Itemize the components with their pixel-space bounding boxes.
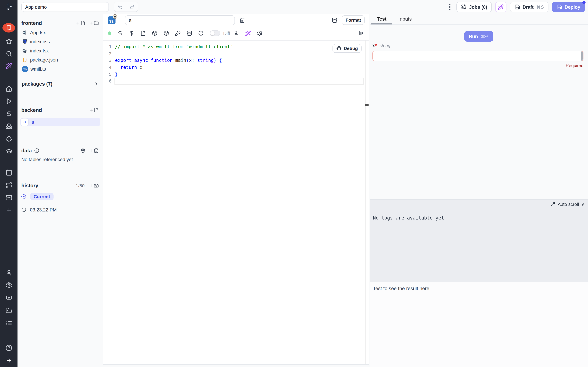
diff-toggle[interactable] <box>209 30 220 36</box>
code-line[interactable]: 2 <box>103 50 366 57</box>
file-row-index-tsx[interactable]: index.tsx <box>20 46 101 55</box>
code-token: x <box>137 65 142 70</box>
settings-gear-icon[interactable] <box>0 282 17 289</box>
jobs-button[interactable]: Jobs (0) <box>456 2 492 12</box>
arg-x-input[interactable] <box>372 51 583 61</box>
react-icon <box>22 30 27 35</box>
editor-header: TS Format <box>103 14 369 26</box>
add-backend-script-button[interactable] <box>89 108 98 113</box>
script-file-icon[interactable] <box>140 30 146 36</box>
worker-groups-icon[interactable] <box>0 294 17 301</box>
diff-label: Diff <box>223 31 230 36</box>
packages-row[interactable]: packages (7) <box>20 80 101 88</box>
resources-boxes-icon[interactable] <box>0 123 17 130</box>
add-file-button[interactable] <box>75 21 85 25</box>
file-icon <box>80 21 85 25</box>
info-icon[interactable] <box>34 148 39 153</box>
history-entry-current[interactable]: Current <box>21 192 53 200</box>
folders-icon[interactable] <box>0 307 17 314</box>
code-line[interactable]: 1// import * as wmill from "windmill-cli… <box>103 43 366 50</box>
code-token: // import * as wmill from "windmill-clie… <box>115 44 233 50</box>
debug-button[interactable]: Debug <box>332 44 362 53</box>
data-settings-button[interactable] <box>80 148 85 153</box>
file-row-wmill-ts[interactable]: TS wmill.ts <box>20 64 101 73</box>
logs-empty-text: No logs are available yet <box>373 215 444 221</box>
code-token: string <box>197 58 214 63</box>
code-token: : <box>192 58 197 63</box>
editor-settings-gear-icon[interactable] <box>257 30 262 36</box>
autoscroll-label[interactable]: Auto scroll <box>558 202 579 207</box>
file-row-index-css[interactable]: 3 index.css <box>20 37 101 46</box>
audit-list-icon[interactable] <box>0 320 17 326</box>
package-icon[interactable] <box>152 30 157 36</box>
key-icon[interactable] <box>175 30 181 36</box>
package-icon[interactable] <box>163 30 169 36</box>
history-entry-timestamp[interactable]: 03:23:22 PM <box>22 207 57 213</box>
code-line[interactable]: 6 <box>103 78 366 84</box>
code-token: { <box>219 58 222 63</box>
home-icon[interactable] <box>0 86 17 92</box>
add-plus-icon[interactable] <box>0 207 17 214</box>
run-button[interactable]: Run ⌘↵ <box>464 31 493 42</box>
format-button[interactable]: Format <box>342 15 365 25</box>
more-menu-button[interactable] <box>447 2 453 12</box>
expand-logs-icon[interactable] <box>551 202 555 207</box>
check-icon[interactable]: ✓ <box>581 202 585 207</box>
help-icon[interactable] <box>0 345 17 351</box>
code-content[interactable]: 1// import * as wmill from "windmill-cli… <box>103 41 366 364</box>
add-folder-button[interactable] <box>89 21 98 25</box>
code-line[interactable]: 5} <box>103 71 366 78</box>
learn-graduation-cap-icon[interactable] <box>0 148 17 154</box>
deploy-button[interactable]: Deploy <box>552 2 585 12</box>
ai-wand-icon[interactable] <box>245 30 251 36</box>
variables-dollar-icon[interactable] <box>0 110 17 117</box>
search-icon[interactable] <box>0 50 17 57</box>
tab-test[interactable]: Test <box>371 14 392 25</box>
database-icon[interactable] <box>186 30 192 36</box>
ai-wand-icon[interactable] <box>0 63 17 69</box>
add-database-button[interactable] <box>89 148 98 153</box>
variables-dollar-icon[interactable] <box>117 30 123 36</box>
expand-rail-arrow-icon[interactable] <box>0 357 17 364</box>
current-badge[interactable]: Current <box>30 193 53 200</box>
redo-button[interactable] <box>126 2 138 12</box>
gear-icon <box>80 148 85 153</box>
logs-pane: Auto scroll ✓ No logs are available yet <box>369 199 588 282</box>
favorites-star-icon[interactable] <box>0 38 17 45</box>
code-line[interactable]: 3export async function main(x: string) { <box>103 57 366 64</box>
overview-ruler <box>366 41 369 364</box>
code-token <box>115 65 121 70</box>
undo-icon <box>117 4 123 10</box>
diff-plus-minus-icon[interactable] <box>233 30 239 36</box>
add-snapshot-button[interactable] <box>89 183 98 188</box>
bug-icon <box>461 4 467 10</box>
script-name-input[interactable] <box>125 15 235 25</box>
code-token: export <box>115 58 131 63</box>
file-row-package-json[interactable]: {} package.json <box>20 55 101 64</box>
datatable-button[interactable] <box>332 17 337 23</box>
delete-script-button[interactable] <box>239 17 245 23</box>
pyramid-icon[interactable] <box>0 135 17 142</box>
library-icon[interactable] <box>359 30 364 36</box>
code-token: return <box>121 65 137 70</box>
code-line[interactable]: 4 return x <box>103 64 366 71</box>
backend-script-row-selected[interactable]: a a <box>20 118 100 126</box>
code-text: export async function main(x: string) { <box>115 58 222 63</box>
workspace-badge[interactable] <box>2 23 15 33</box>
arg-input-resize-handle[interactable] <box>581 59 583 61</box>
mail-icon[interactable] <box>0 194 17 201</box>
refresh-icon[interactable] <box>198 30 204 36</box>
draft-button[interactable]: Draft ⌘S <box>510 2 548 12</box>
tab-inputs[interactable]: Inputs <box>392 14 418 25</box>
app-name-input[interactable] <box>21 2 109 12</box>
flows-route-icon[interactable] <box>0 182 17 188</box>
schedules-calendar-icon[interactable] <box>0 169 17 176</box>
ai-assistant-button[interactable] <box>495 2 506 12</box>
user-icon[interactable] <box>0 269 17 276</box>
contextual-dollar-icon[interactable] <box>129 30 134 36</box>
file-row-app-tsx[interactable]: App.tsx <box>20 28 101 37</box>
windmill-logo-icon[interactable] <box>4 2 13 11</box>
undo-button[interactable] <box>114 2 126 12</box>
code-token <box>148 58 151 63</box>
runs-play-icon[interactable] <box>0 98 17 105</box>
